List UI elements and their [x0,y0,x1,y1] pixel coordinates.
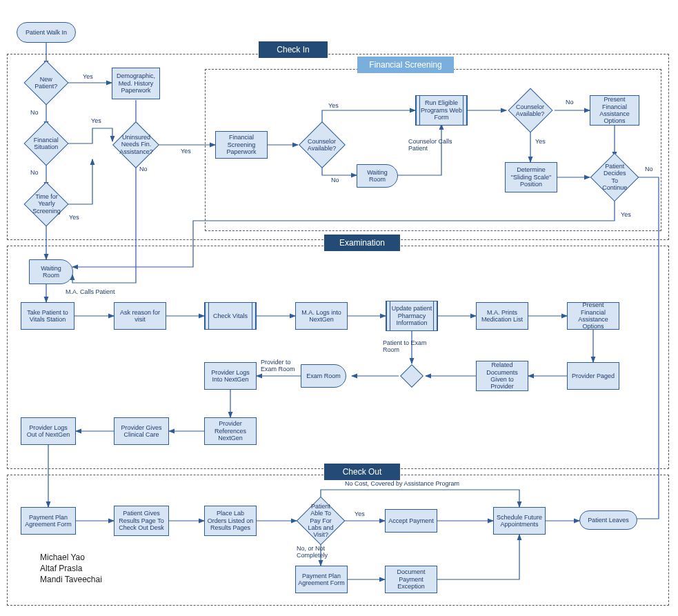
edge-newpatient-yes: Yes [83,73,93,80]
section-label-checkout: Check Out [324,464,400,480]
node-patient-able-pay: Patient Able To Pay For Labs and Visit? [297,497,346,546]
node-present-fin-opts: Present Financial Assistance Options [590,95,639,126]
edge-uninsured-no: No [139,166,148,172]
node-uninsured: Uninsured Needs Fin. Assistance? [112,121,159,168]
node-counselor-2: Counselor Available? [508,88,552,132]
edge-ablepay-noornot: No, or Not Completely [297,545,345,559]
flowchart-canvas: Check In Financial Screening Examination… [0,0,678,616]
edge-timeyearly-yes: Yes [69,214,79,221]
edge-finsit-yes: Yes [91,117,101,124]
node-run-eligible: Run Eligible Programs Web Form [415,95,468,126]
section-label-checkin: Check In [259,41,328,58]
node-place-lab-orders: Place Lab Orders Listed on Results Pages [204,506,257,536]
edge-uninsured-yes: Yes [181,148,191,155]
edge-ablepay-yes: Yes [355,510,365,517]
node-doc-payment-exc: Document Payment Exception [385,566,437,593]
section-label-financial: Financial Screening [357,57,454,73]
edge-newpatient-no: No [30,109,39,116]
node-take-vitals: Take Patient to Vitals Station [21,302,74,330]
node-waiting-room-1: Waiting Room [357,164,398,188]
node-waiting-room-2: Waiting Room [29,259,73,284]
edge-decides-no: No [645,166,653,172]
node-provider-refs: Provider References NextGen [204,417,257,445]
node-patient-leaves: Patient Leaves [579,510,637,530]
node-present-fin-2: Present Financial Assistance Options [567,302,619,330]
node-ask-reason: Ask reason for visit [114,302,166,330]
node-exam-room-delay: Exam Room [301,364,346,388]
edge-no-cost: No Cost, Covered by Assistance Program [345,480,459,487]
node-provider-logs-in: Provider Logs Into NextGen [204,362,257,390]
section-border-exam [7,246,669,469]
edge-counselor1-yes: Yes [328,102,339,109]
node-provider-logs-out: Provider Logs Out of NextGen [21,417,76,445]
edge-decides-yes: Yes [621,211,631,218]
node-provider-paged: Provider Paged [567,362,619,390]
edge-provider-to-exam: Provider to Exam Room [261,359,302,372]
node-patient-walk-in: Patient Walk In [17,22,76,43]
node-patient-gives-results: Patient Gives Results Page To Check Out … [114,506,169,536]
section-label-exam: Examination [324,235,400,251]
edge-counselor2-yes: Yes [535,138,546,145]
node-schedule-future: Schedule Future Appointments [493,507,546,535]
node-provider-gives: Provider Gives Clinical Care [114,417,169,445]
node-accept-payment: Accept Payment [385,509,437,533]
edge-finsit-no: No [30,169,39,176]
author-2: Altaf Prasla [40,563,102,574]
node-check-vitals: Check Vitals [204,302,257,330]
node-time-yearly: Time for Yearly Screening [23,181,68,226]
authors-list: Michael Yao Altaf Prasla Mandi Taveechai [40,552,102,586]
author-1: Michael Yao [40,552,102,563]
node-ma-prints: M.A. Prints Medication List [476,302,528,330]
node-demographic: Demographic, Med. History Paperwork [112,68,160,99]
node-ma-logs: M.A. Logs into NextGen [295,302,348,330]
node-determine-sliding: Determine "Sliding Scale" Position [505,162,557,192]
node-fin-screen-paper: Financial Screening Paperwork [215,131,268,159]
node-exam-room-diamond [400,364,423,388]
edge-counselor-calls: Counselor Calls Patient [408,138,457,152]
node-payment-plan-2: Payment Plan Agreement Form [295,566,348,593]
edge-counselor2-no: No [566,99,574,106]
node-financial-situation: Financial Situation [23,121,68,166]
author-3: Mandi Taveechai [40,574,102,585]
node-patient-decides: Patient Decides To Continue [590,153,639,202]
node-update-pharm: Update patient Pharmacy Information [386,301,438,331]
edge-ma-calls: M.A. Calls Patient [66,288,115,295]
node-related-docs: Related Documents Given to Provider [476,361,528,391]
node-payment-plan-1: Payment Plan Agreement Form [21,507,76,535]
node-counselor-1: Counselor Available? [299,121,346,168]
node-new-patient: New Patient? [23,60,68,105]
edge-patient-to-exam: Patient to Exam Room [383,339,438,353]
edge-counselor1-no: No [331,177,339,183]
